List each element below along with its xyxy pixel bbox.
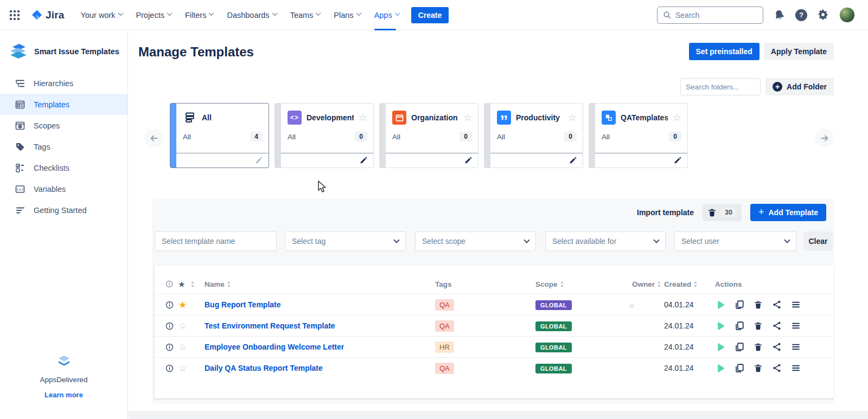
star-sort[interactable]	[190, 281, 205, 288]
global-search[interactable]	[657, 7, 763, 24]
apply-play-icon[interactable]	[715, 321, 725, 331]
share-icon[interactable]	[772, 321, 782, 331]
smart-issue-templates-logo-icon	[9, 43, 28, 60]
star-outline-icon[interactable]: ☆	[359, 113, 367, 123]
sidebar-item-templates[interactable]: Templates	[0, 94, 127, 115]
column-header-name[interactable]: Name	[205, 280, 435, 288]
edit-folder-pencil-icon[interactable]	[360, 157, 367, 164]
filter-user-select[interactable]: Select user	[674, 231, 796, 251]
search-folders-input[interactable]	[680, 78, 761, 95]
favorite-star-icon[interactable]	[178, 300, 190, 310]
carousel-next-button[interactable]	[815, 128, 834, 147]
sidebar-item-checklists[interactable]: Checklists	[0, 157, 127, 178]
nav-your-work[interactable]: Your work	[81, 0, 123, 30]
delete-trash-icon[interactable]	[754, 321, 763, 331]
star-outline-icon[interactable]: ☆	[463, 113, 472, 123]
nav-teams[interactable]: Teams	[290, 0, 321, 30]
edit-folder-pencil-icon[interactable]	[255, 157, 263, 164]
add-template-button[interactable]: Add Template	[750, 204, 826, 221]
folder-card-all[interactable]: All All 4	[170, 103, 269, 168]
template-name-link[interactable]: Employee Onboarding Welcome Letter	[205, 343, 435, 351]
template-name-link[interactable]: Test Environment Request Template	[205, 321, 435, 330]
nav-plans[interactable]: Plans	[334, 0, 360, 30]
star-outline-icon[interactable]: ☆	[673, 113, 681, 123]
column-header-scope[interactable]: Scope	[535, 280, 632, 288]
share-icon[interactable]	[772, 342, 782, 352]
edit-folder-pencil-icon[interactable]	[569, 157, 577, 164]
row-menu-icon[interactable]	[791, 321, 801, 331]
edit-folder-pencil-icon[interactable]	[464, 157, 472, 164]
template-name-link[interactable]: Daily QA Status Report Template	[205, 364, 435, 372]
apply-play-icon[interactable]	[715, 363, 725, 373]
share-icon[interactable]	[772, 363, 782, 373]
apply-play-icon[interactable]	[715, 300, 725, 310]
jira-logo[interactable]: Jira	[30, 9, 65, 22]
sidebar-item-tags[interactable]: Tags	[0, 136, 127, 157]
star-column-header-icon[interactable]	[178, 280, 190, 288]
copy-icon[interactable]	[735, 363, 744, 373]
folder-card-development[interactable]: <> Development ☆ All 0	[275, 103, 374, 168]
info-icon[interactable]	[165, 301, 178, 309]
info-icon[interactable]	[165, 280, 178, 288]
share-icon[interactable]	[772, 300, 782, 310]
filter-template-name[interactable]	[155, 231, 277, 251]
info-icon[interactable]	[165, 322, 178, 330]
delete-trash-icon[interactable]	[754, 300, 763, 310]
recycle-bin-button[interactable]: 30	[703, 204, 742, 221]
copy-icon[interactable]	[735, 321, 744, 331]
info-icon[interactable]	[165, 343, 178, 351]
global-search-input[interactable]	[675, 11, 751, 20]
info-icon[interactable]	[165, 364, 178, 372]
scope-badge: GLOBAL	[535, 321, 572, 331]
sidebar-item-getting-started[interactable]: Getting Started	[0, 199, 127, 221]
filter-available-for-select[interactable]: Select available for	[545, 231, 666, 251]
apply-play-icon[interactable]	[715, 342, 725, 352]
folder-card-qatemplates[interactable]: QATemplates ☆ All 0	[589, 103, 688, 168]
chevron-down-icon	[118, 10, 123, 16]
edit-folder-pencil-icon[interactable]	[674, 157, 681, 164]
nav-projects[interactable]: Projects	[136, 0, 171, 30]
nav-filters[interactable]: Filters	[185, 0, 213, 30]
row-actions	[711, 300, 834, 310]
filter-scope-select[interactable]: Select scope	[415, 231, 536, 251]
nav-apps[interactable]: Apps	[374, 0, 399, 30]
carousel-prev-button[interactable]	[144, 128, 163, 147]
template-name-input[interactable]	[162, 237, 270, 246]
star-outline-icon[interactable]: ☆	[568, 113, 577, 123]
sidebar-item-hierarchies[interactable]: Hierarchies	[0, 73, 127, 94]
copy-icon[interactable]	[735, 300, 744, 310]
column-header-owner[interactable]: Owner	[632, 280, 664, 288]
column-header-created[interactable]: Created	[664, 280, 711, 288]
favorite-star-icon[interactable]	[178, 343, 190, 352]
filter-tag-select[interactable]: Select tag	[285, 231, 406, 251]
user-avatar[interactable]	[839, 7, 855, 23]
template-name-link[interactable]: Bug Report Template	[205, 300, 435, 309]
folder-card-productivity[interactable]: ” Productivity ☆ All 0	[484, 103, 583, 168]
code-icon: <>	[288, 111, 302, 125]
sidebar-item-variables[interactable]: (x) Variables	[0, 178, 127, 199]
clear-filters-button[interactable]: Clear	[803, 231, 833, 251]
favorite-star-icon[interactable]	[178, 321, 190, 331]
set-preinstalled-button[interactable]: Set preinstalled	[689, 43, 760, 60]
import-template-button[interactable]: Import template	[637, 208, 694, 217]
apply-template-button[interactable]: Apply Template	[764, 43, 834, 60]
select-placeholder: Select scope	[422, 237, 465, 246]
help-icon[interactable]	[795, 9, 807, 21]
delete-trash-icon[interactable]	[754, 364, 763, 373]
add-folder-button[interactable]: Add Folder	[765, 78, 834, 95]
create-button[interactable]: Create	[411, 7, 449, 23]
learn-more-link[interactable]: Learn more	[44, 391, 83, 399]
favorite-star-icon[interactable]	[178, 364, 190, 373]
sidebar-item-scopes[interactable]: Scopes	[0, 115, 127, 136]
app-switcher-icon[interactable]	[9, 9, 21, 21]
nav-dashboards[interactable]: Dashboards	[227, 0, 276, 30]
folder-card-organization[interactable]: Organization ☆ All 0	[379, 103, 478, 168]
row-menu-icon[interactable]	[791, 342, 801, 352]
notifications-icon[interactable]	[774, 9, 785, 21]
row-menu-icon[interactable]	[791, 363, 801, 373]
settings-gear-icon[interactable]	[818, 9, 829, 21]
copy-icon[interactable]	[735, 342, 744, 352]
row-menu-icon[interactable]	[791, 300, 801, 310]
delete-trash-icon[interactable]	[754, 343, 763, 352]
chevron-down-icon	[393, 237, 399, 243]
